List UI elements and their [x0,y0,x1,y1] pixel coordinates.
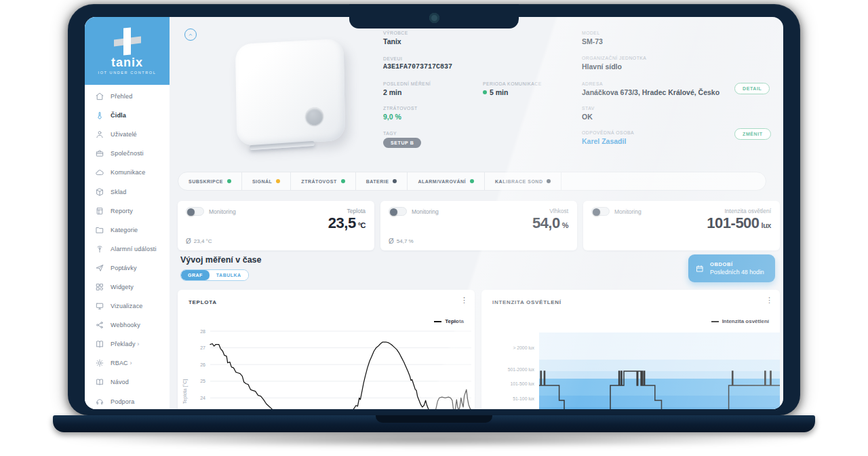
widget-icon [95,282,104,292]
sidebar-item-podpora[interactable]: Podpora [85,392,170,410]
field-label: TAGY [383,131,421,136]
temperature-chart-card: TEPLOTA Teplota 2827262524Teplota [°C] [178,290,475,409]
field-value: OK [582,113,595,121]
metric-name: Intenzita osvětlení [724,208,771,214]
laptop-mockup: tanix IoT under control PřehledČidlaUživ… [0,0,868,456]
sidebar-item-p-ehled[interactable]: Přehled [85,87,170,106]
book-icon [95,339,104,349]
sidebar-item-label: Společnosti [111,150,144,157]
status-tab-ztr-tovost[interactable]: ZTRÁTOVOST [291,172,355,190]
sidebar-item-label: Webhooky [111,322,140,328]
sensor-body [235,39,345,146]
sidebar-item-spole-nosti[interactable]: Společnosti [85,144,170,163]
sidebar-item-label: Reporty [111,208,133,214]
status-tab-bar: SUBSKRIPCESIGNÁLZTRÁTOVOSTBATERIEALARM/V… [178,172,766,191]
field-value: SETUP B [383,138,421,148]
field-label: VÝROBCE [383,31,408,35]
home-icon [95,92,104,101]
field-adresa: ADRESAJanáčkova 673/3, Hradec Králové, Č… [582,81,719,96]
svg-text:Teplota [°C]: Teplota [°C] [182,379,188,404]
sidebar-item-widgety[interactable]: Widgety [85,278,170,297]
field-label: ORGANIZAČNÍ JEDNOTKA [582,56,646,60]
chart-legend: Intenzita osvětlení [711,318,769,324]
chart-title: INTENZITA OSVĚTLENÍ [492,299,561,305]
field-posledni: POSLEDNÍ MĚŘENÍ2 min [383,81,431,96]
status-tab-subskripce[interactable]: SUBSKRIPCE [178,172,242,190]
category-tick-label: 501-2000 lux [487,367,534,372]
field-label: MODEL [582,31,603,35]
legend-line-swatch [434,321,441,322]
field-value: A3E1FA7073717C837 [383,63,452,71]
sidebar-item-label: Alarmní události [111,246,157,252]
share-nodes-icon [95,320,104,330]
sidebar-item-komunikace[interactable]: Komunikace [85,163,170,182]
metric-average: Ø54,7 % [389,238,414,245]
field-tagy: TAGYSETUP B [383,131,421,148]
monitoring-toggle[interactable] [389,207,407,216]
brand-logo[interactable]: tanix IoT under control [85,17,170,85]
změnit-button[interactable]: ZMĚNIT [734,128,771,140]
light-chart-card: INTENZITA OSVĚTLENÍ Intenzita osvětlení … [481,290,780,409]
status-tab-alarm-varov-n-[interactable]: ALARM/VAROVÁNÍ [408,172,485,190]
laptop-base [53,415,815,432]
sidebar-item-u-ivatel-[interactable]: Uživatelé [85,125,170,144]
toggle-label: Monitoring [614,208,642,215]
status-tab-sign-l[interactable]: SIGNÁL [242,172,291,190]
chart-legend: Teplota [434,318,464,324]
sidebar-item-label: Návod [111,379,129,385]
headset-icon [95,397,104,406]
sidebar-item-vizualizace[interactable]: Vizualizace [85,297,170,316]
sidebar-item--idla[interactable]: Čidla [85,106,170,125]
sidebar-item-webhooky[interactable]: Webhooky [85,316,170,335]
metric-average: Ø23,4 °C [186,238,212,245]
tabulka-tab[interactable]: TABULKA [210,270,248,280]
sidebar-item-kategorie[interactable]: Kategorie [85,221,170,240]
kebab-menu-icon[interactable] [766,297,773,304]
field-org: ORGANIZAČNÍ JEDNOTKAHlavní sídlo [582,56,646,71]
period-button[interactable]: OBDOBÍ Posledních 48 hodin [688,254,775,282]
antenna-icon [95,244,104,254]
period-value: Posledních 48 hodin [710,269,764,276]
sidebar-item-label: Uživatelé [111,131,137,138]
collapse-panel-button[interactable] [184,28,197,41]
sidebar-item-reporty[interactable]: Reporty [85,202,170,221]
field-value[interactable]: Karel Zasadil [582,137,634,145]
view-switcher: GRAF TABULKA [180,269,249,281]
svg-text:27: 27 [200,345,205,350]
kebab-menu-icon[interactable] [460,297,468,304]
sidebar-item-popt-vky[interactable]: Poptávky [85,259,170,278]
category-tick-label: > 2000 lux [487,345,534,350]
main-content: VÝROBCETanixDEVEUIA3E1FA7073717C837POSLE… [170,17,783,409]
metric-name: Teplota [347,208,366,214]
sidebar-item-rbac[interactable]: RBAC [85,354,170,373]
box-icon [95,187,104,197]
category-tick-label: 101-500 lux [487,381,534,386]
laptop-base-groove [376,415,492,423]
monitoring-toggle[interactable] [186,207,204,216]
brand-name: tanix [111,56,143,69]
average-icon: Ø [389,238,394,245]
metric-card-intenzita-osv-tlen-: MonitoringIntenzita osvětlení101-500lux [583,201,780,250]
sidebar-item-alarmn-ud-losti[interactable]: Alarmní události [85,240,170,259]
status-tab-label: KALIBRACE SOND [495,179,542,184]
status-tab-kalibrace-sond[interactable]: KALIBRACE SOND [485,172,561,190]
monitoring-toggle[interactable] [591,207,610,216]
sidebar-item-label: Kategorie [111,227,138,233]
graf-tab[interactable]: GRAF [181,270,210,280]
status-tab-baterie[interactable]: BATERIE [356,172,408,190]
folder-icon [95,225,104,235]
tag-badge[interactable]: SETUP B [383,138,421,148]
sidebar-item-n-vod[interactable]: Návod [85,373,170,392]
metric-unit: lux [762,221,771,229]
sidebar-item-p-eklady[interactable]: Překlady [85,335,170,354]
report-icon [95,206,104,216]
field-model: MODELSM-73 [582,31,603,45]
status-tab-label: SUBSKRIPCE [189,179,223,184]
sidebar-item-sklad[interactable]: Sklad [85,182,170,201]
section-title: Vývoj měření v čase [180,255,262,265]
sidebar-item-label: Přehled [111,93,132,100]
average-icon: Ø [186,238,191,245]
sidebar-item-label: Komunikace [111,169,146,176]
field-label: ODPOVĚDNÁ OSOBA [582,130,634,135]
detail-button[interactable]: DETAIL [734,83,770,94]
